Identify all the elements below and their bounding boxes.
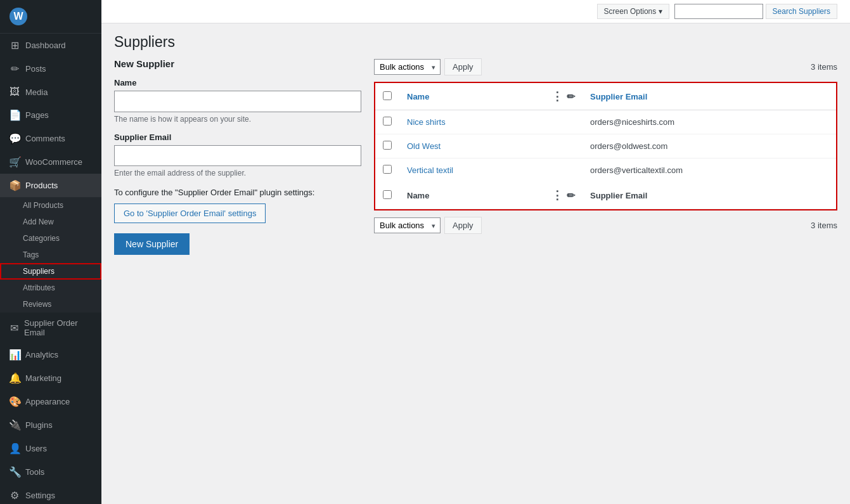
page-title: Suppliers — [114, 34, 837, 51]
bulk-actions-wrapper-top: Bulk actions — [374, 59, 441, 75]
sidebar-item-users[interactable]: 👤 Users — [0, 437, 101, 460]
wp-logo-icon: W — [10, 8, 27, 25]
sidebar-item-label: Dashboard — [25, 41, 66, 50]
sidebar-item-label: Media — [25, 87, 48, 97]
row-icons-cell-1 — [544, 110, 583, 134]
row-checkbox-3[interactable] — [383, 165, 392, 174]
name-input[interactable] — [114, 91, 361, 112]
header-checkbox-cell — [375, 83, 399, 110]
products-submenu: All Products Add New Categories Tags Sup… — [0, 197, 101, 313]
header-icons: ⋮ ✏ — [544, 83, 583, 110]
sidebar-item-label: Users — [25, 444, 47, 453]
supplier-name-link-3[interactable]: Vertical textil — [407, 165, 453, 175]
supplier-email-input[interactable] — [114, 145, 361, 167]
supplier-name-cell-1: Nice shirts — [399, 110, 544, 134]
row-checkbox-cell-3 — [375, 158, 399, 183]
bulk-actions-select-bottom[interactable]: Bulk actions — [374, 217, 441, 233]
sidebar-item-reviews[interactable]: Reviews — [0, 296, 101, 313]
row-checkbox-1[interactable] — [383, 117, 392, 126]
sidebar-item-label: Analytics — [25, 350, 58, 359]
footer-name[interactable]: Name — [399, 182, 544, 209]
go-to-settings-button[interactable]: Go to 'Supplier Order Email' settings — [114, 204, 266, 223]
sidebar-item-dashboard[interactable]: ⊞ Dashboard — [0, 34, 101, 57]
sidebar: W ⊞ Dashboard ✏ Posts 🖼 Media 📄 Pages 💬 … — [0, 0, 101, 504]
sidebar-item-settings[interactable]: ⚙ Settings — [0, 484, 101, 504]
row-checkbox-cell-1 — [375, 110, 399, 134]
sidebar-item-label: Products — [25, 181, 58, 190]
media-icon: 🖼 — [9, 86, 20, 98]
sidebar-item-label: Posts — [25, 64, 46, 74]
sidebar-item-supplier-order-email[interactable]: ✉ Supplier Order Email — [0, 313, 101, 343]
table-row: Nice shirts orders@niceshirts.com — [375, 110, 836, 134]
select-all-footer-checkbox[interactable] — [383, 190, 392, 199]
sidebar-item-woocommerce[interactable]: 🛒 WooCommerce — [0, 150, 101, 174]
search-suppliers-button[interactable]: Search Suppliers — [766, 4, 837, 19]
sidebar-item-categories[interactable]: Categories — [0, 230, 101, 247]
products-icon: 📦 — [9, 179, 20, 191]
row-checkbox-2[interactable] — [383, 141, 392, 150]
column-toggle-icon[interactable]: ⋮ — [551, 89, 563, 103]
edit-icon[interactable]: ✏ — [567, 91, 575, 103]
search-suppliers-group: Search Suppliers — [674, 4, 837, 19]
sidebar-item-label: Plugins — [25, 420, 53, 430]
header-email: Supplier Email — [583, 83, 836, 110]
table-bottom-toolbar: Bulk actions Apply 3 items — [374, 217, 837, 234]
sidebar-item-plugins[interactable]: 🔌 Plugins — [0, 413, 101, 437]
settings-icon: ⚙ — [9, 489, 20, 501]
table-header-row: Name ⋮ ✏ Supplier Email — [375, 83, 836, 110]
search-suppliers-input[interactable] — [674, 4, 763, 19]
supplier-name-link-1[interactable]: Nice shirts — [407, 117, 446, 127]
footer-edit-icon[interactable]: ✏ — [567, 190, 575, 202]
sidebar-item-pages[interactable]: 📄 Pages — [0, 103, 101, 127]
sidebar-item-label: Tools — [25, 467, 44, 477]
sidebar-item-add-new[interactable]: Add New — [0, 214, 101, 230]
suppliers-table-wrapper: Name ⋮ ✏ Supplier Email — [374, 82, 837, 210]
sidebar-item-label: WooCommerce — [25, 157, 82, 167]
sidebar-item-analytics[interactable]: 📊 Analytics — [0, 343, 101, 366]
supplier-email-cell-1: orders@niceshirts.com — [583, 110, 836, 134]
appearance-icon: 🎨 — [9, 396, 20, 408]
footer-column-toggle-icon[interactable]: ⋮ — [551, 188, 563, 202]
sidebar-item-suppliers[interactable]: Suppliers — [0, 263, 101, 280]
tools-icon: 🔧 — [9, 466, 20, 478]
row-checkbox-cell-2 — [375, 134, 399, 158]
sidebar-item-appearance[interactable]: 🎨 Appearance — [0, 390, 101, 413]
sidebar-item-label: Pages — [25, 110, 49, 120]
sidebar-item-media[interactable]: 🖼 Media — [0, 81, 101, 103]
new-supplier-submit-button[interactable]: New Supplier — [114, 233, 190, 255]
woocommerce-icon: 🛒 — [9, 156, 20, 168]
sidebar-item-marketing[interactable]: 🔔 Marketing — [0, 366, 101, 390]
table-row: Old West orders@oldwest.com — [375, 134, 836, 158]
supplier-email-cell-2: orders@oldwest.com — [583, 134, 836, 158]
items-count-bottom: 3 items — [811, 221, 837, 230]
sidebar-item-comments[interactable]: 💬 Comments — [0, 127, 101, 150]
apply-button-bottom[interactable]: Apply — [444, 217, 482, 234]
pages-icon: 📄 — [9, 109, 20, 121]
footer-icon-group: ⋮ ✏ — [551, 188, 575, 202]
sidebar-item-posts[interactable]: ✏ Posts — [0, 57, 101, 81]
apply-button-top[interactable]: Apply — [444, 58, 482, 75]
items-count-top: 3 items — [811, 62, 837, 72]
users-icon: 👤 — [9, 443, 20, 455]
sidebar-item-all-products[interactable]: All Products — [0, 197, 101, 214]
header-name[interactable]: Name — [399, 83, 544, 110]
suppliers-table: Name ⋮ ✏ Supplier Email — [375, 83, 836, 209]
supplier-email-cell-3: orders@verticaltextil.com — [583, 158, 836, 183]
screen-options-button[interactable]: Screen Options ▾ — [597, 4, 669, 19]
plugins-icon: 🔌 — [9, 419, 20, 431]
sidebar-item-attributes[interactable]: Attributes — [0, 280, 101, 296]
footer-email: Supplier Email — [583, 182, 836, 209]
top-bar: Screen Options ▾ Search Suppliers — [101, 0, 850, 23]
page-header: Suppliers — [101, 23, 850, 58]
bulk-actions-select-top[interactable]: Bulk actions — [374, 59, 441, 75]
table-top-toolbar: Bulk actions Apply 3 items — [374, 58, 837, 75]
name-form-group: Name The name is how it appears on your … — [114, 78, 361, 124]
sidebar-item-label: Supplier Order Email — [24, 318, 93, 337]
sidebar-item-products[interactable]: 📦 Products — [0, 174, 101, 197]
supplier-name-link-2[interactable]: Old West — [407, 141, 441, 151]
sidebar-item-tools[interactable]: 🔧 Tools — [0, 460, 101, 484]
sidebar-item-tags[interactable]: Tags — [0, 247, 101, 263]
content-area: New Supplier Name The name is how it app… — [101, 58, 850, 268]
select-all-checkbox[interactable] — [383, 91, 392, 100]
name-hint: The name is how it appears on your site. — [114, 115, 361, 124]
